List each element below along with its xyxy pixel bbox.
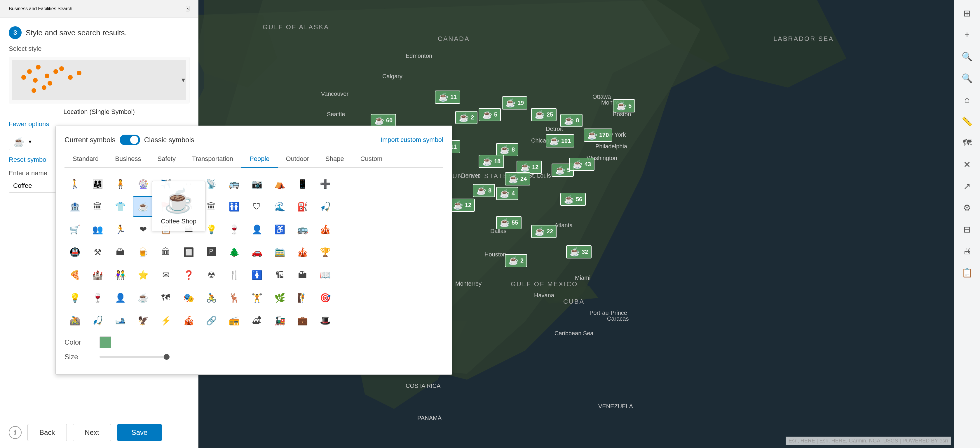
icon-cell[interactable]: 🚌 xyxy=(292,219,313,239)
icon-cell[interactable]: 🏆 xyxy=(315,242,335,262)
icon-cell[interactable]: ♿ xyxy=(269,219,290,239)
rt-table-btn[interactable]: ⊟ xyxy=(957,219,977,239)
icon-cell[interactable]: 👤 xyxy=(247,219,267,239)
icon-cell[interactable]: ⛺ xyxy=(269,174,290,194)
icon-cell[interactable]: 🏦 xyxy=(65,196,85,217)
icon-cell[interactable]: 🌿 xyxy=(269,287,290,308)
icon-cell[interactable]: 👕 xyxy=(110,196,130,217)
icon-cell[interactable]: 🔗 xyxy=(201,310,221,331)
rt-add-btn[interactable]: + xyxy=(957,24,977,45)
icon-cell[interactable]: 🧍 xyxy=(110,174,130,194)
icon-cell[interactable]: 🏗 xyxy=(269,265,290,285)
icon-cell[interactable]: 🛒 xyxy=(65,219,85,239)
icon-cell[interactable]: 👥 xyxy=(87,219,108,239)
icon-cell[interactable]: 🎡 xyxy=(133,174,153,194)
icon-cell[interactable]: 👤 xyxy=(110,287,130,308)
icon-cell[interactable]: 👨‍👩‍👧 xyxy=(87,174,108,194)
symbol-tab-shape[interactable]: Shape xyxy=(317,151,352,167)
icon-cell[interactable]: 🎪 xyxy=(292,242,313,262)
rt-basemap-btn[interactable]: 🗺 xyxy=(957,132,977,153)
icon-cell[interactable]: 🏛 xyxy=(87,196,108,217)
icon-cell[interactable]: ❓ xyxy=(178,265,199,285)
icon-cell[interactable]: 🚹 xyxy=(247,265,267,285)
save-button[interactable]: Save xyxy=(117,424,162,441)
toggle-switch[interactable] xyxy=(120,135,140,145)
icon-cell[interactable]: ➕ xyxy=(315,174,335,194)
icon-cell[interactable]: 🌊 xyxy=(269,196,290,217)
icon-cell[interactable]: 🎯 xyxy=(315,287,335,308)
icon-cell[interactable]: 🏛 xyxy=(156,242,176,262)
icon-cell[interactable]: ⚒ xyxy=(87,242,108,262)
icon-cell[interactable]: 🎣 xyxy=(87,310,108,331)
icon-cell[interactable]: ⭐ xyxy=(133,265,153,285)
icon-cell[interactable]: 🚵 xyxy=(65,310,85,331)
icon-cell[interactable]: 📖 xyxy=(315,265,335,285)
icon-cell[interactable]: 🦌 xyxy=(224,287,244,308)
icon-cell[interactable]: 🚂 xyxy=(269,310,290,331)
icon-cell[interactable]: 🏔 xyxy=(292,265,313,285)
rt-print-btn[interactable]: 🖨 xyxy=(957,241,977,261)
next-button[interactable]: Next xyxy=(73,424,111,441)
symbol-tab-outdoor[interactable]: Outdoor xyxy=(278,151,318,167)
symbol-tab-business[interactable]: Business xyxy=(107,151,149,167)
icon-cell[interactable]: 🍕 xyxy=(65,265,85,285)
icon-cell[interactable]: 🚞 xyxy=(269,242,290,262)
rt-zoom-in-btn[interactable]: 🔍 xyxy=(957,46,977,67)
icon-cell[interactable]: 🌲 xyxy=(224,242,244,262)
icon-cell[interactable]: 🎿 xyxy=(110,310,130,331)
import-custom-link[interactable]: Import custom symbol xyxy=(380,136,443,143)
rt-settings-btn[interactable]: ⚙ xyxy=(957,198,977,218)
icon-cell[interactable]: 🍴 xyxy=(224,265,244,285)
size-slider[interactable] xyxy=(100,356,170,358)
style-preview-container[interactable]: ▼ xyxy=(9,57,189,104)
symbol-tab-transportation[interactable]: Transportation xyxy=(184,151,241,167)
style-dropdown-btn[interactable]: ▼ xyxy=(180,77,186,83)
rt-measure-btn[interactable]: 📏 xyxy=(957,111,977,131)
rt-legend-btn[interactable]: 📋 xyxy=(957,262,977,283)
icon-cell[interactable]: 🧗 xyxy=(292,287,313,308)
symbol-tab-custom[interactable]: Custom xyxy=(352,151,391,167)
icon-cell[interactable]: ⚡ xyxy=(156,310,176,331)
icon-cell[interactable]: 🚴 xyxy=(201,287,221,308)
icon-cell[interactable]: ☕ xyxy=(133,196,153,217)
icon-cell[interactable]: 👫 xyxy=(110,265,130,285)
icon-cell[interactable]: 🎪 xyxy=(178,310,199,331)
icon-cell[interactable]: 🚻 xyxy=(224,196,244,217)
icon-cell[interactable]: 🍺 xyxy=(133,242,153,262)
back-button[interactable]: Back xyxy=(27,424,67,441)
icon-cell[interactable]: 💼 xyxy=(292,310,313,331)
icon-cell[interactable]: 🚇 xyxy=(65,242,85,262)
icon-cell[interactable]: 🎩 xyxy=(315,310,335,331)
icon-cell[interactable]: 🚶 xyxy=(65,174,85,194)
icon-cell[interactable]: 🅿 xyxy=(201,242,221,262)
icon-cell[interactable]: ☢ xyxy=(201,265,221,285)
icon-cell[interactable]: 📻 xyxy=(224,310,244,331)
color-swatch[interactable] xyxy=(100,336,111,348)
symbol-tab-people[interactable]: People xyxy=(241,151,278,167)
rt-close-btn[interactable]: ✕ xyxy=(957,154,977,175)
icon-cell[interactable]: 🎭 xyxy=(178,287,199,308)
size-slider-thumb[interactable] xyxy=(164,354,170,360)
icon-cell[interactable]: 🚌 xyxy=(224,174,244,194)
icon-cell[interactable]: ❤ xyxy=(133,219,153,239)
icon-cell[interactable]: 🏕 xyxy=(247,310,267,331)
icon-cell[interactable]: 🚗 xyxy=(247,242,267,262)
icon-cell[interactable]: 🍷 xyxy=(87,287,108,308)
symbol-tab-standard[interactable]: Standard xyxy=(65,151,107,167)
icon-cell[interactable]: ☕ xyxy=(133,287,153,308)
icon-cell[interactable]: 🍷 xyxy=(224,219,244,239)
close-button[interactable]: × xyxy=(186,6,189,11)
rt-layers-btn[interactable]: ⊞ xyxy=(957,3,977,23)
icon-cell[interactable]: 🗺 xyxy=(156,287,176,308)
icon-cell[interactable]: 💡 xyxy=(65,287,85,308)
icon-cell[interactable]: 🏰 xyxy=(87,265,108,285)
icon-cell[interactable]: 🎪 xyxy=(315,219,335,239)
icon-cell[interactable]: 📷 xyxy=(247,174,267,194)
icon-cell[interactable]: 🔲 xyxy=(178,242,199,262)
symbol-tab-safety[interactable]: Safety xyxy=(150,151,184,167)
rt-share-btn[interactable]: ↗ xyxy=(957,176,977,196)
icon-cell[interactable]: 🎣 xyxy=(315,196,335,217)
icon-cell[interactable]: 🏃 xyxy=(110,219,130,239)
icon-cell[interactable]: ✉ xyxy=(156,265,176,285)
icon-cell[interactable]: 🛡 xyxy=(247,196,267,217)
